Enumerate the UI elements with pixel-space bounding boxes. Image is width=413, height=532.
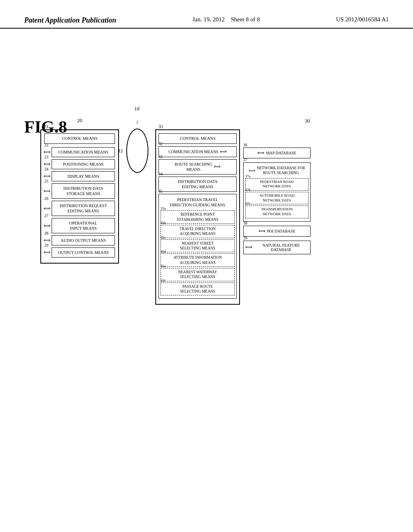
- publication-title: Patent Application Publication: [24, 16, 116, 25]
- device-20-label: 20: [77, 117, 82, 124]
- patent-number: US 2012/0016584 A1: [336, 16, 389, 23]
- device-10-label: 10': [134, 105, 140, 112]
- db-natural: 39 ⟺ NATURAL FEATURE DATABASE: [243, 241, 311, 254]
- ref-34: 34: [159, 172, 163, 176]
- device-20-control-means: CONTROL MEANS: [44, 133, 115, 144]
- ref-35: 35: [159, 189, 163, 193]
- diagram-wrapper: 20 21 CONTROL MEANS ⟺ 22 COMMUNICATION M…: [40, 117, 389, 305]
- ref-28: 28: [44, 231, 48, 236]
- ref-37: 37: [243, 158, 247, 162]
- ref-12: 12: [118, 148, 123, 154]
- oval-shape: [126, 129, 148, 173]
- databases-column: 36 ⟺ MAP DATABASE 37 ⟺ NETWORK DATABASE …: [240, 129, 311, 305]
- ref-23: 23: [44, 154, 48, 160]
- comp-row-33: 33 ROUTE SEARCHINGMEANS ⟺: [159, 159, 237, 175]
- ref-33: 33: [159, 154, 163, 159]
- page-header: Patent Application Publication Jan. 19, …: [0, 0, 413, 29]
- ref-32: 32: [159, 141, 163, 146]
- db-network: 37 ⟺ NETWORK DATABASE FORROUTE SEARCHING…: [243, 162, 311, 222]
- device-30-control-means: CONTROL MEANS: [159, 133, 237, 144]
- device-20-inner-label: 21: [44, 124, 48, 130]
- ref-39: 39: [243, 236, 247, 240]
- db-poi: 38 ⟺ POI DATABASE: [243, 226, 311, 237]
- ref-26: 26: [44, 196, 48, 201]
- comp-row-34: 34 DISTRIBUTION DATAEDITING MEANS: [159, 177, 237, 192]
- comp-row-24: ⟺ 24 DISPLAY MEANS: [44, 171, 115, 181]
- comp-row-27: ⟺ 27 OPERATIONALINPUT MEANS: [44, 218, 115, 233]
- comp-row-22: ⟺ 22 COMMUNICATION MEANS: [44, 147, 115, 157]
- diagram-area: FIG.8 20 21 CONTROL MEANS ⟺ 22 COMMUNICA…: [0, 29, 413, 321]
- comp-row-28: ⟺ 28 AUDIO OUTPUT MEANS: [44, 235, 115, 245]
- device-30-inner-label: 31: [159, 124, 163, 130]
- ref-22: 22: [44, 142, 48, 148]
- comp-row-26: ⟺ 26 DISTRIBUTION REQUESTEDITING MEANS: [44, 201, 115, 216]
- header-date-sheet: Jan. 19, 2012 Sheet 8 of 8: [192, 16, 260, 23]
- device-30-label: 30': [305, 117, 311, 124]
- comp-row-32: 32 COMMUNICATION MEANS ⟺: [159, 146, 237, 158]
- ref-24: 24: [44, 166, 48, 172]
- comp-row-23: ⟺ 23 POSITIONING MEANS: [44, 159, 115, 169]
- db-map: 36 ⟺ MAP DATABASE: [243, 148, 311, 158]
- ref-36: 36: [243, 143, 247, 147]
- ref-38: 38: [243, 221, 247, 225]
- comp-row-29: ⟺ 29 OUTPUT CONTROL MEANS: [44, 247, 115, 258]
- comp-row-35: 35 PEDESTRIAN TRAVELDIRECTION GUIDING ME…: [159, 194, 237, 299]
- ref-25: 25: [44, 179, 48, 184]
- ref-29: 29: [44, 243, 48, 248]
- ref-27: 27: [44, 213, 48, 218]
- comp-row-25: ⟺ 25 DISTRIBUTION DATASTORAGE MEANS: [44, 183, 115, 199]
